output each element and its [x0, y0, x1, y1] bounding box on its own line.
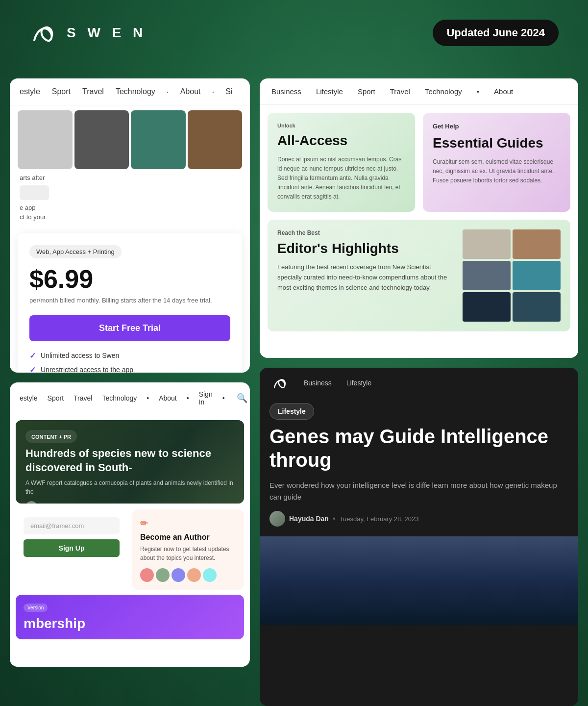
- article-desc: A WWF report catalogues a cornucopia of …: [25, 479, 234, 496]
- logo-area: S W E N: [29, 21, 147, 45]
- feature-1: ✓ Unlimited access to Swen: [29, 351, 230, 360]
- bottom-nav-signin[interactable]: Sign In: [199, 390, 213, 406]
- dark-logo-icon: [271, 376, 289, 390]
- left-column: estyle Sport Travel Technology • About •…: [10, 78, 250, 706]
- bottom-nav: estyle Sport Travel Technology • About •…: [10, 382, 250, 414]
- mini-avatar-4: [187, 568, 201, 582]
- mini-avatar-5: [203, 568, 217, 582]
- essential-desc: Curabitur sem sem, euismod vitae sceleri…: [433, 157, 561, 186]
- pricing-section: Web, App Access + Printing $6.99 per/mon…: [18, 233, 242, 373]
- lifestyle-badge: Lifestyle: [270, 403, 314, 420]
- author-avatars: [140, 568, 236, 582]
- right-nav-travel[interactable]: Travel: [390, 87, 410, 96]
- all-access-card: Unlock All-Access Donec at ipsum ac nisl…: [268, 113, 415, 212]
- all-access-title: All-Access: [277, 132, 405, 149]
- membership-section: Version mbership: [16, 595, 244, 639]
- left-bottom-card: estyle Sport Travel Technology • About •…: [10, 382, 250, 667]
- partial-text-1: arts after: [20, 174, 240, 181]
- signup-button[interactable]: Sign Up: [24, 539, 120, 557]
- dark-article-desc: Ever wondered how your intelligence leve…: [260, 479, 578, 503]
- strip-img-4: [188, 110, 243, 169]
- author-panel-desc: Register now to get latest updates about…: [140, 545, 236, 562]
- right-column: Business Lifestyle Sport Travel Technolo…: [260, 78, 578, 706]
- right-nav: Business Lifestyle Sport Travel Technolo…: [260, 78, 578, 105]
- get-help-tag: Get Help: [433, 123, 561, 130]
- become-author-panel: ✏ Become an Author Register now to get l…: [132, 509, 244, 590]
- dark-article-title: Genes may Guide Intelligence throug: [260, 425, 578, 472]
- unlock-tag: Unlock: [277, 123, 405, 128]
- check-icon-2: ✓: [29, 365, 36, 373]
- bottom-nav-dot2: •: [187, 394, 189, 402]
- author-row: John Matthew • Mar 15, 2022: [25, 501, 234, 504]
- feature-2: ✓ Unrestricted access to the app: [29, 365, 230, 373]
- bottom-nav-lifestyle[interactable]: estyle: [20, 394, 38, 402]
- mini-avatar-2: [156, 568, 170, 582]
- nav-about[interactable]: About: [180, 87, 201, 96]
- dark-nav-lifestyle[interactable]: Lifestyle: [346, 379, 371, 387]
- header: S W E N Updated June 2024: [0, 20, 588, 46]
- author-avatar: [25, 501, 37, 504]
- bottom-nav-technology[interactable]: Technology: [102, 394, 137, 402]
- image-strip: [10, 110, 250, 169]
- right-top-card: Business Lifestyle Sport Travel Technolo…: [260, 78, 578, 358]
- author-panel-icon: ✏: [140, 517, 236, 529]
- swen-logo-icon: [29, 21, 59, 45]
- right-nav-sport[interactable]: Sport: [358, 87, 375, 96]
- mini-avatar-1: [140, 568, 154, 582]
- nav-sport[interactable]: Sport: [52, 87, 71, 96]
- all-access-desc: Donec at ipsum ac nisl accumsan tempus. …: [277, 155, 405, 202]
- bottom-nav-about[interactable]: About: [159, 394, 177, 402]
- editor-img-4: [513, 261, 561, 290]
- dark-nav-business[interactable]: Business: [304, 379, 332, 387]
- editor-img-3: [463, 261, 511, 290]
- mini-avatar-3: [172, 568, 185, 582]
- nav-dot-1: •: [167, 90, 169, 94]
- right-nav-about[interactable]: About: [494, 87, 513, 96]
- start-trial-button[interactable]: Start Free Trial: [29, 315, 230, 341]
- price-description: per/month billed monthly. Billing starts…: [29, 296, 230, 305]
- email-input[interactable]: email@framer.com: [24, 517, 120, 534]
- plan-badge: Web, App Access + Printing: [29, 245, 122, 258]
- search-icon[interactable]: 🔍: [237, 393, 247, 403]
- dark-article-image: [260, 536, 578, 625]
- editors-images: [463, 229, 561, 322]
- essential-guides-card: Get Help Essential Guides Curabitur sem …: [423, 113, 570, 212]
- features-list: ✓ Unlimited access to Swen ✓ Unrestricte…: [29, 351, 230, 373]
- partial-text-3: ct to your: [20, 213, 240, 221]
- bottom-nav-dot3: •: [222, 394, 225, 402]
- nav-travel[interactable]: Travel: [82, 87, 104, 96]
- partial-text-2: e app: [20, 204, 240, 211]
- nav-technology[interactable]: Technology: [116, 87, 155, 96]
- nav-dot-2: •: [212, 90, 214, 94]
- bottom-nav-travel[interactable]: Travel: [74, 394, 92, 402]
- editors-desc: Featuring the best recent coverage from …: [277, 262, 455, 293]
- right-bottom-card: Business Lifestyle Lifestyle Genes may G…: [260, 368, 578, 706]
- editor-img-1: [463, 229, 511, 259]
- membership-title: mbership: [24, 616, 236, 631]
- dark-author-date: Tuesday, February 28, 2023: [340, 515, 419, 523]
- article-content: CONTENT + PR Hundreds of species new to …: [25, 430, 234, 504]
- membership-tag: Version: [24, 604, 48, 612]
- dark-author-name: Hayuda Dan: [289, 515, 329, 523]
- strip-img-1: [18, 110, 73, 169]
- right-nav-dot: •: [477, 87, 479, 96]
- right-nav-lifestyle[interactable]: Lifestyle: [316, 87, 343, 96]
- right-nav-business[interactable]: Business: [271, 87, 301, 96]
- right-nav-technology[interactable]: Technology: [425, 87, 462, 96]
- content-area: estyle Sport Travel Technology • About •…: [0, 78, 588, 706]
- feature-text-1: Unlimited access to Swen: [41, 352, 119, 359]
- email-panel: email@framer.com Sign Up: [16, 509, 127, 590]
- article-category-badge: CONTENT + PR: [31, 434, 71, 440]
- price: $6.99: [29, 266, 230, 292]
- article-title: Hundreds of species new to science disco…: [25, 447, 234, 475]
- editor-img-5: [463, 292, 511, 322]
- essential-title: Essential Guides: [433, 135, 561, 151]
- dark-author-row: Hayuda Dan • Tuesday, February 28, 2023: [260, 511, 578, 527]
- nav-si[interactable]: Si: [225, 87, 232, 96]
- nav-lifestyle[interactable]: estyle: [20, 87, 40, 96]
- bottom-side-panels: email@framer.com Sign Up ✏ Become an Aut…: [16, 509, 244, 590]
- dark-nav: Business Lifestyle: [260, 368, 578, 398]
- updated-badge: Updated June 2024: [433, 20, 559, 46]
- bottom-nav-sport[interactable]: Sport: [48, 394, 64, 402]
- editor-img-2: [513, 229, 561, 259]
